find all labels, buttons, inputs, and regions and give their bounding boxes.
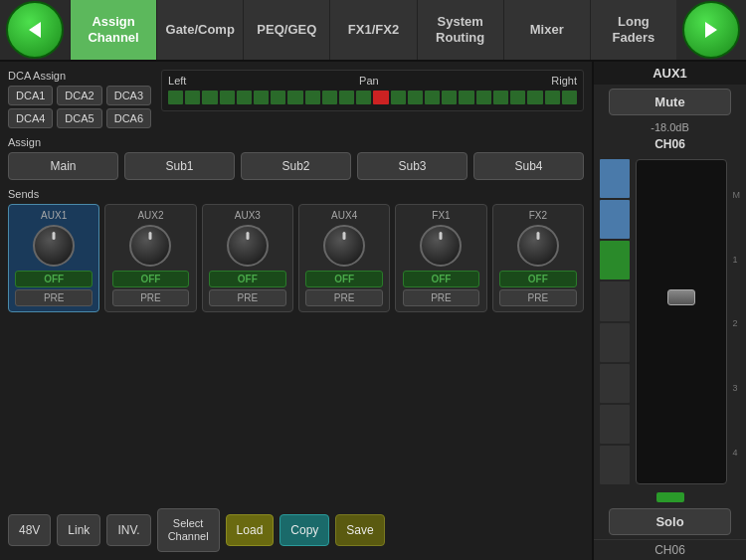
send-aux3-label: AUX3 xyxy=(235,210,261,221)
tab-assign-channel[interactable]: AssignChannel xyxy=(70,0,156,60)
send-aux1-label: AUX1 xyxy=(41,210,67,221)
assign-sub3-btn[interactable]: Sub3 xyxy=(357,152,467,180)
link-btn[interactable]: Link xyxy=(57,514,100,546)
assign-main-btn[interactable]: Main xyxy=(8,152,118,180)
pan-bar-12 xyxy=(373,91,388,104)
fx2-off-btn[interactable]: OFF xyxy=(499,271,577,287)
pan-bar-19 xyxy=(493,91,508,104)
fader-track[interactable] xyxy=(636,159,727,484)
pan-bar-17 xyxy=(459,91,473,104)
assign-sub4-btn[interactable]: Sub4 xyxy=(473,152,584,180)
dca-buttons: DCA1 DCA2 DCA3 xyxy=(8,86,151,105)
aux3-off-btn[interactable]: OFF xyxy=(209,271,286,287)
pan-bar-16 xyxy=(442,91,457,104)
tab-peq-geq[interactable]: PEQ/GEQ xyxy=(243,0,329,60)
aux4-off-btn[interactable]: OFF xyxy=(305,271,383,287)
dca-label: DCA Assign xyxy=(8,70,151,82)
pan-right-label: Right xyxy=(551,75,577,87)
fader-section: M 1 2 3 4 xyxy=(594,153,746,490)
dca-section: DCA Assign DCA1 DCA2 DCA3 DCA4 DCA5 DCA6 xyxy=(8,70,151,128)
tab-long-faders[interactable]: LongFaders xyxy=(590,0,676,60)
meter-seg-3 xyxy=(600,241,630,280)
aux4-knob-container xyxy=(323,225,365,267)
ch06-label-bottom: CH06 xyxy=(594,539,746,560)
pan-bar-9 xyxy=(322,91,337,104)
aux2-off-btn[interactable]: OFF xyxy=(112,271,190,287)
aux3-pre-btn[interactable]: PRE xyxy=(209,289,286,306)
svg-marker-1 xyxy=(705,22,717,38)
aux1-knob-container xyxy=(33,225,75,267)
aux3-knob[interactable] xyxy=(227,225,269,267)
tab-mixer[interactable]: Mixer xyxy=(503,0,590,60)
pan-labels: Left Pan Right xyxy=(168,75,577,87)
scale-4: 4 xyxy=(733,448,741,458)
assign-sub1-btn[interactable]: Sub1 xyxy=(124,152,235,180)
copy-btn[interactable]: Copy xyxy=(280,514,329,546)
fx2-knob[interactable] xyxy=(517,225,559,267)
scale-3: 3 xyxy=(733,383,741,393)
aux2-knob[interactable] xyxy=(129,225,171,267)
pan-meter xyxy=(168,89,577,106)
pan-bar-5 xyxy=(254,91,269,104)
fx2-pre-btn[interactable]: PRE xyxy=(499,289,577,306)
main-content: DCA Assign DCA1 DCA2 DCA3 DCA4 DCA5 DCA6… xyxy=(0,62,746,560)
fx1-knob-container xyxy=(420,225,462,267)
pan-bar-20 xyxy=(510,91,525,104)
aux1-off-btn[interactable]: OFF xyxy=(15,271,93,287)
load-btn[interactable]: Load xyxy=(226,514,275,546)
assign-sub2-btn[interactable]: Sub2 xyxy=(241,152,351,180)
top-bar: AssignChannel Gate/Comp PEQ/GEQ FX1/FX2 … xyxy=(0,0,746,62)
mute-btn[interactable]: Mute xyxy=(609,89,730,115)
fx1-pre-btn[interactable]: PRE xyxy=(403,289,480,306)
pan-bar-15 xyxy=(425,91,440,104)
send-aux4-label: AUX4 xyxy=(331,210,357,221)
pan-bar-7 xyxy=(287,91,302,104)
transport-right-btn[interactable] xyxy=(682,1,740,59)
inv-btn[interactable]: INV. xyxy=(106,514,150,546)
meter-seg-2 xyxy=(600,200,630,239)
send-aux4: AUX4 OFF PRE xyxy=(298,204,390,312)
dca3-btn[interactable]: DCA3 xyxy=(106,86,151,105)
select-channel-btn[interactable]: SelectChannel xyxy=(157,508,220,552)
save-btn[interactable]: Save xyxy=(335,514,384,546)
meter-seg-6 xyxy=(600,364,630,403)
aux1-pre-btn[interactable]: PRE xyxy=(15,289,93,306)
fader-thumb[interactable] xyxy=(667,289,695,305)
sends-label: Sends xyxy=(8,188,584,200)
pan-bar-3 xyxy=(220,91,235,104)
tab-system-routing[interactable]: SystemRouting xyxy=(417,0,503,60)
aux3-knob-container xyxy=(227,225,269,267)
fx1-off-btn[interactable]: OFF xyxy=(403,271,480,287)
aux2-knob-container xyxy=(129,225,171,267)
dca-buttons-row2: DCA4 DCA5 DCA6 xyxy=(8,108,151,128)
pan-section: Left Pan Right xyxy=(161,70,584,111)
send-fx1: FX1 OFF PRE xyxy=(395,204,486,312)
assign-section: Assign Main Sub1 Sub2 Sub3 Sub4 xyxy=(8,136,584,180)
aux4-pre-btn[interactable]: PRE xyxy=(305,289,383,306)
send-fx2: FX2 OFF PRE xyxy=(492,204,584,312)
transport-left-btn[interactable] xyxy=(6,1,64,59)
solo-btn[interactable]: Solo xyxy=(609,508,730,535)
send-aux3: AUX3 OFF PRE xyxy=(202,204,293,312)
dca1-btn[interactable]: DCA1 xyxy=(8,86,53,105)
meter-seg-1 xyxy=(600,159,630,198)
fx1-knob[interactable] xyxy=(420,225,462,267)
aux4-knob[interactable] xyxy=(323,225,365,267)
48v-btn[interactable]: 48V xyxy=(8,514,51,546)
sends-row: AUX1 OFF PRE AUX2 OFF PRE xyxy=(8,204,584,312)
scale-m: M xyxy=(733,190,741,200)
pan-bar-8 xyxy=(305,91,320,104)
dca5-btn[interactable]: DCA5 xyxy=(57,108,101,128)
aux1-knob[interactable] xyxy=(33,225,75,267)
dca6-btn[interactable]: DCA6 xyxy=(106,108,151,128)
level-meter xyxy=(600,159,630,484)
dca2-btn[interactable]: DCA2 xyxy=(57,86,101,105)
tab-fx1-fx2[interactable]: FX1/FX2 xyxy=(329,0,416,60)
scale-2: 2 xyxy=(733,318,741,328)
pan-bar-1 xyxy=(185,91,200,104)
db-label: -18.0dB xyxy=(594,119,746,135)
sends-section: Sends AUX1 OFF PRE AUX2 OFF xyxy=(8,188,584,340)
tab-gate-comp[interactable]: Gate/Comp xyxy=(156,0,243,60)
aux2-pre-btn[interactable]: PRE xyxy=(112,289,190,306)
dca4-btn[interactable]: DCA4 xyxy=(8,108,53,128)
